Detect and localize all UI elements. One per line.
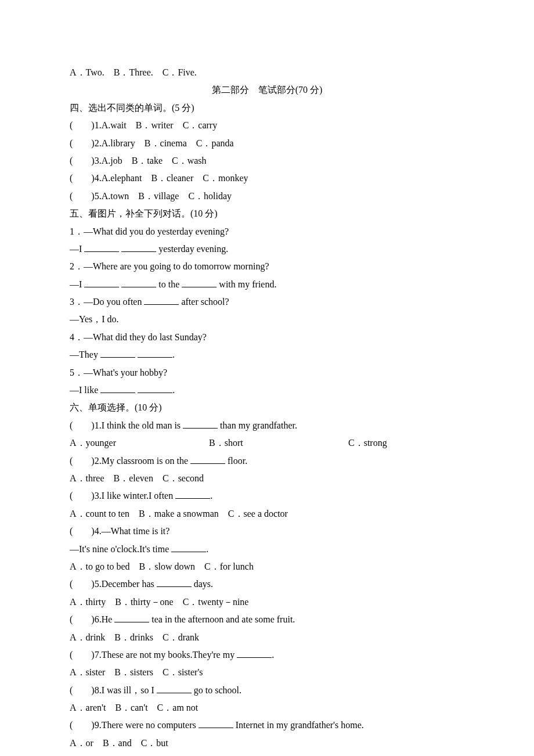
s5-q2-a-pre: —I [70, 279, 84, 289]
section-4-heading: 四、选出不同类的单词。(5 分) [70, 99, 464, 117]
s6-q5-stem: ( )5.December has days. [70, 575, 464, 593]
s4-item5: ( )5.A.town B．village C．holiday [70, 188, 464, 205]
s6-q2-post: floor. [225, 456, 247, 466]
s6-q7-stem: ( )7.These are not my books.They're my . [70, 646, 464, 664]
s6-q6-pre: ( )6.He [70, 614, 114, 624]
s5-q4-a-post: . [172, 350, 175, 359]
s6-q6-stem: ( )6.He tea in the afternoon and ate som… [70, 611, 464, 628]
s4-item3: ( )3.A.job B．take C．wash [70, 152, 464, 170]
blank [138, 383, 172, 393]
s6-q5-options: A．thirty B．thirty－one C．twenty－nine [70, 593, 464, 611]
s5-q2-question: 2．—Where are you going to do tomorrow mo… [70, 258, 464, 275]
s6-q2-pre: ( )2.My classroom is on the [70, 456, 190, 466]
s6-q1-pre: ( )1.I think the old man is [70, 420, 183, 430]
s6-q4-l2-pre: —It's nine o'clock.It's time [70, 544, 171, 554]
s6-q1-post: than my grandfather. [218, 420, 297, 430]
s5-q5-a-post: . [172, 385, 175, 395]
blank [114, 613, 149, 622]
s6-q7-options: A．sister B．sisters C．sister's [70, 664, 464, 681]
s6-q8-post: go to school. [192, 685, 241, 695]
s5-q5-answer: —I like . [70, 381, 464, 399]
s6-q7-pre: ( )7.These are not my books.They're my [70, 650, 237, 660]
s4-item4: ( )4.A.elephant B．cleaner C．monkey [70, 170, 464, 187]
s5-q3-answer: —Yes，I do. [70, 311, 464, 328]
s5-q3-q-post: after school? [179, 297, 229, 307]
section-5-heading: 五、看图片，补全下列对话。(10 分) [70, 205, 464, 222]
prev-question-options: A．Two. B．Three. C．Five. [70, 64, 464, 81]
s6-q2-stem: ( )2.My classroom is on the floor. [70, 452, 464, 470]
s5-q5-a-pre: —I like [70, 385, 100, 395]
s6-q5-post: days. [192, 579, 213, 589]
s6-q7-post: . [272, 650, 274, 660]
s6-q6-post: tea in the afternoon and ate some fruit. [149, 614, 295, 624]
s6-q1-options: A．younger B．short C．strong [70, 434, 464, 452]
blank [121, 242, 156, 252]
blank [182, 278, 217, 287]
blank [199, 718, 233, 728]
blank [237, 648, 272, 658]
s6-q3-pre: ( )3.I like winter.I often [70, 491, 175, 501]
blank [183, 419, 218, 429]
blank [100, 383, 135, 393]
s6-q6-options: A．drink B．drinks C．drank [70, 629, 464, 646]
document-page: A．Two. B．Three. C．Five. 第二部分 笔试部分(70 分) … [0, 0, 534, 756]
s5-q2-answer: —I to the with my friend. [70, 276, 464, 293]
blank [157, 683, 192, 693]
s6-q3-options: A．count to ten B．make a snowman C．see a … [70, 505, 464, 523]
blank [171, 542, 206, 552]
s6-q9-post: Internet in my grandfather's home. [233, 720, 364, 730]
s6-q4-options: A．to go to bed B．slow down C．for lunch [70, 558, 464, 575]
s6-q4-l2-post: . [206, 544, 208, 554]
s6-q9-options: A．or B．and C．but [70, 735, 464, 752]
blank [100, 348, 135, 358]
s5-q4-answer: —They . [70, 346, 464, 363]
blank [84, 278, 119, 287]
s5-q1-answer: —I yesterday evening. [70, 240, 464, 258]
s5-q3-q-pre: 3．—Do you often [70, 297, 144, 307]
s5-q4-a-pre: —They [70, 350, 100, 359]
blank [144, 295, 179, 305]
blank [190, 454, 225, 464]
s6-q3-stem: ( )3.I like winter.I often . [70, 487, 464, 505]
blank [175, 489, 210, 499]
s5-q2-a-mid: to the [156, 279, 182, 289]
section-6-heading: 六、单项选择。(10 分) [70, 399, 464, 416]
s6-q8-pre: ( )8.I was ill，so I [70, 685, 157, 695]
s4-item2: ( )2.A.library B．cinema C．panda [70, 135, 464, 152]
s6-q9-pre: ( )9.There were no computers [70, 720, 199, 730]
s6-q8-options: A．aren't B．can't C．am not [70, 699, 464, 717]
blank [157, 577, 192, 587]
blank [84, 242, 119, 252]
s6-q3-post: . [210, 491, 212, 501]
s6-q1-opt-c: C．strong [348, 434, 464, 452]
s5-q5-question: 5．—What's your hobby? [70, 364, 464, 381]
s4-item1: ( )1.A.wait B．writer C．carry [70, 117, 464, 134]
s6-q1-stem: ( )1.I think the old man is than my gran… [70, 417, 464, 434]
s6-q4-line2: —It's nine o'clock.It's time . [70, 541, 464, 558]
s5-q1-a-pre: —I [70, 244, 84, 254]
s6-q2-options: A．three B．eleven C．second [70, 470, 464, 487]
s5-q3-question: 3．—Do you often after school? [70, 293, 464, 311]
s6-q4-stem: ( )4.—What time is it? [70, 523, 464, 540]
s6-q8-stem: ( )8.I was ill，so I go to school. [70, 682, 464, 699]
s5-q1-a-post: yesterday evening. [156, 244, 228, 254]
part2-title: 第二部分 笔试部分(70 分) [70, 81, 464, 99]
s5-q2-a-post: with my friend. [217, 279, 276, 289]
s6-q5-pre: ( )5.December has [70, 579, 157, 589]
blank [138, 348, 172, 358]
s6-q9-stem: ( )9.There were no computers Internet in… [70, 717, 464, 734]
s6-q1-opt-b: B．short [209, 434, 348, 452]
s5-q4-question: 4．—What did they do last Sunday? [70, 329, 464, 346]
s6-q1-opt-a: A．younger [70, 434, 209, 452]
s5-q1-question: 1．—What did you do yesterday evening? [70, 223, 464, 240]
blank [121, 278, 156, 287]
